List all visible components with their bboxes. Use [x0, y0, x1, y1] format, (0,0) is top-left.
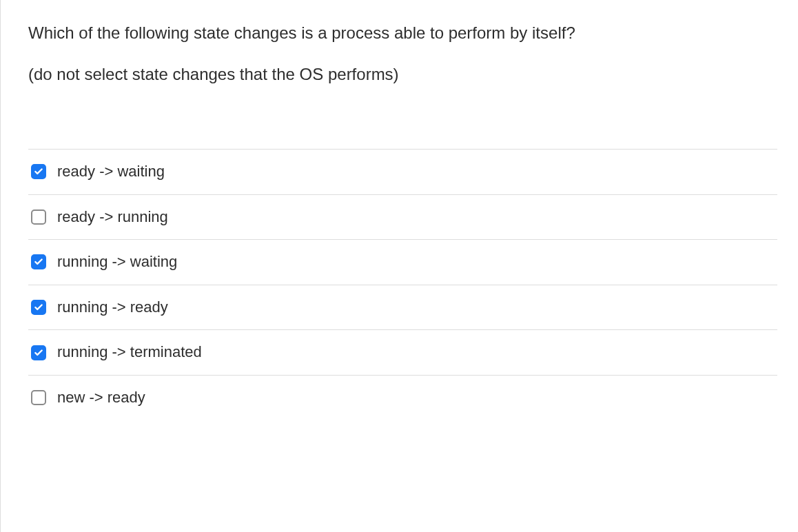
checkbox[interactable]: [31, 390, 46, 405]
option-label: running -> waiting: [57, 252, 177, 272]
option-row[interactable]: running -> ready: [28, 285, 777, 331]
options-list: ready -> waiting ready -> running runnin…: [28, 149, 777, 420]
checkmark-icon: [34, 348, 43, 358]
question-hint: (do not select state changes that the OS…: [28, 62, 777, 87]
option-label: running -> terminated: [57, 342, 202, 362]
option-row[interactable]: running -> terminated: [28, 330, 777, 376]
checkbox[interactable]: [31, 254, 46, 269]
option-label: new -> ready: [57, 388, 145, 408]
checkmark-icon: [34, 167, 43, 176]
option-label: ready -> running: [57, 207, 168, 227]
checkmark-icon: [34, 257, 43, 267]
checkbox[interactable]: [31, 300, 46, 315]
option-row[interactable]: new -> ready: [28, 376, 777, 420]
checkbox[interactable]: [31, 209, 46, 225]
option-row[interactable]: ready -> running: [28, 195, 777, 241]
option-label: running -> ready: [57, 298, 168, 318]
checkmark-icon: [34, 303, 43, 312]
checkbox[interactable]: [31, 345, 46, 360]
option-label: ready -> waiting: [57, 162, 165, 182]
option-row[interactable]: ready -> waiting: [28, 150, 777, 195]
option-row[interactable]: running -> waiting: [28, 240, 777, 285]
checkbox[interactable]: [31, 164, 46, 179]
question-text: Which of the following state changes is …: [28, 21, 777, 45]
